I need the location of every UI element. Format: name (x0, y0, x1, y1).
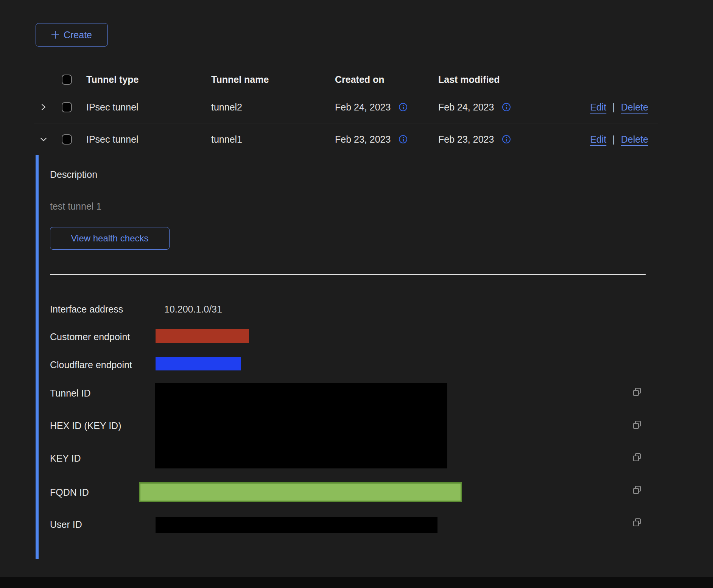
key-id-label: KEY ID (50, 453, 81, 464)
hex-id-label: HEX ID (KEY ID) (50, 420, 121, 431)
customer-endpoint-redacted-value (156, 329, 249, 343)
fqdn-id-label: FQDN ID (50, 487, 89, 498)
description-value: test tunnel 1 (50, 201, 101, 212)
header-created-on: Created on (335, 74, 438, 85)
actions-separator: | (612, 134, 615, 145)
select-all-cell (62, 75, 86, 85)
tunnels-table: Tunnel type Tunnel name Created on Last … (34, 68, 658, 155)
tunnel-type-cell: IPsec tunnel (86, 102, 211, 113)
interface-address-value: 10.200.1.0/31 (164, 304, 222, 315)
cloudflare-endpoint-redacted-value (156, 357, 241, 370)
header-tunnel-type: Tunnel type (86, 74, 211, 85)
info-icon[interactable] (399, 135, 407, 143)
info-icon[interactable] (502, 103, 511, 111)
row-checkbox[interactable] (62, 134, 72, 145)
copy-user-id-icon[interactable] (632, 518, 642, 527)
tunnel-name-cell: tunnel1 (211, 134, 335, 145)
table-row-tunnel1: IPsec tunnel tunnel1 Feb 23, 2023 Feb 23… (34, 123, 658, 155)
created-on-cell: Feb 23, 2023 (335, 134, 391, 145)
section-divider (50, 274, 646, 275)
ids-redacted-block (155, 383, 447, 468)
copy-hex-id-icon[interactable] (632, 420, 642, 430)
plus-icon (51, 31, 59, 39)
actions-separator: | (612, 102, 615, 113)
edit-link[interactable]: Edit (590, 134, 606, 145)
fqdn-id-redacted-value (139, 482, 462, 502)
header-last-modified: Last modified (438, 74, 564, 85)
cloudflare-endpoint-label: Cloudflare endpoint (50, 359, 132, 370)
copy-fqdn-id-icon[interactable] (632, 485, 642, 495)
last-modified-cell: Feb 24, 2023 (438, 102, 494, 113)
view-health-checks-button[interactable]: View health checks (50, 227, 170, 250)
edit-link[interactable]: Edit (590, 102, 606, 113)
select-all-checkbox[interactable] (62, 75, 72, 85)
last-modified-cell: Feb 23, 2023 (438, 134, 494, 145)
tunnel-name-cell: tunnel2 (211, 102, 335, 113)
description-label: Description (50, 169, 97, 180)
copy-tunnel-id-icon[interactable] (632, 387, 642, 397)
tunnel-detail-panel: Description test tunnel 1 View health ch… (36, 155, 658, 559)
header-tunnel-name: Tunnel name (211, 74, 335, 85)
interface-address-label: Interface address (50, 304, 123, 315)
expanded-row-indicator-bar (36, 155, 39, 559)
table-row-tunnel2: IPsec tunnel tunnel2 Feb 24, 2023 Feb 24… (34, 91, 658, 123)
user-id-redacted-value (156, 517, 437, 533)
tunnel-id-label: Tunnel ID (50, 388, 90, 399)
chevron-down-icon[interactable] (39, 135, 48, 143)
create-button-label: Create (64, 30, 92, 40)
info-icon[interactable] (502, 135, 511, 143)
info-icon[interactable] (399, 103, 407, 111)
chevron-right-icon[interactable] (39, 103, 48, 111)
copy-key-id-icon[interactable] (632, 453, 642, 462)
tunnel-type-cell: IPsec tunnel (86, 134, 211, 145)
delete-link[interactable]: Delete (621, 102, 648, 113)
row-checkbox[interactable] (62, 102, 72, 112)
user-id-label: User ID (50, 519, 82, 530)
created-on-cell: Feb 24, 2023 (335, 102, 391, 113)
delete-link[interactable]: Delete (621, 134, 648, 145)
bottom-strip (0, 577, 713, 588)
table-header-row: Tunnel type Tunnel name Created on Last … (34, 68, 658, 91)
tunnels-page: Create Tunnel type Tunnel name Created o… (0, 0, 713, 588)
customer-endpoint-label: Customer endpoint (50, 331, 130, 342)
create-button[interactable]: Create (36, 23, 108, 47)
